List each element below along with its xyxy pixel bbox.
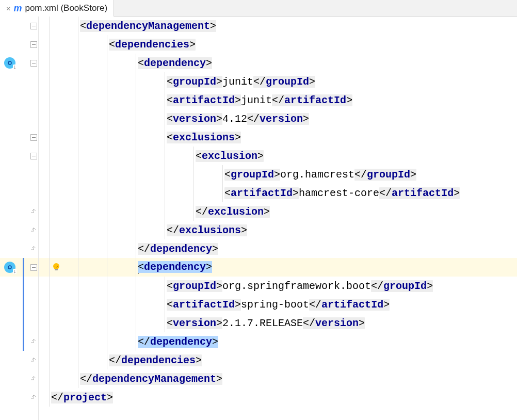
- code-line[interactable]: <artifactId>hamcrest-core</artifactId>: [39, 184, 517, 202]
- gutter-line[interactable]: [0, 128, 38, 147]
- indent-guide: [107, 221, 107, 239]
- indent-guide: [136, 202, 136, 221]
- indent-guide: [136, 165, 136, 184]
- indent-guide: [78, 72, 78, 91]
- editor-tab[interactable]: ✕ m pom.xml (BookStore): [0, 0, 114, 17]
- gutter-line[interactable]: [0, 54, 38, 72]
- indent-guide: [78, 202, 78, 221]
- gutter-line[interactable]: [0, 184, 38, 202]
- indent-guide: [78, 369, 78, 388]
- indent-guide: [165, 128, 165, 147]
- code-line[interactable]: <exclusions>: [39, 128, 517, 147]
- fold-collapse-icon[interactable]: [30, 134, 37, 141]
- editor-gutter[interactable]: [0, 17, 39, 420]
- indent-guide: [107, 239, 107, 258]
- indent-guide: [136, 91, 136, 109]
- code-line[interactable]: </exclusion>: [39, 202, 517, 221]
- close-icon[interactable]: ✕: [6, 4, 10, 13]
- indent-guide: [78, 221, 78, 239]
- code-line[interactable]: </project>: [39, 388, 517, 407]
- fold-end-icon[interactable]: [30, 227, 37, 234]
- gutter-line[interactable]: [0, 369, 38, 388]
- code-content: <dependencyManagement>: [80, 20, 216, 32]
- indent-guide: [107, 165, 107, 184]
- fold-end-icon[interactable]: [30, 357, 37, 364]
- code-line[interactable]: </dependencies>: [39, 351, 517, 369]
- indent-guide: [107, 332, 107, 351]
- indent-guide: [222, 184, 223, 202]
- gutter-line[interactable]: [0, 258, 38, 277]
- gutter-line[interactable]: [0, 332, 38, 351]
- gutter-line[interactable]: [0, 72, 38, 91]
- code-line[interactable]: <groupId>org.hamcrest</groupId>: [39, 165, 517, 184]
- gutter-line[interactable]: [0, 91, 38, 109]
- code-line[interactable]: <dependencies>: [39, 35, 517, 54]
- fold-collapse-icon[interactable]: [30, 60, 37, 67]
- code-line[interactable]: </dependency>: [39, 239, 517, 258]
- override-gutter-icon[interactable]: [4, 262, 15, 273]
- gutter-line[interactable]: [0, 35, 38, 54]
- indent-guide: [136, 72, 136, 91]
- code-line[interactable]: <groupId>org.springframework.boot</group…: [39, 277, 517, 295]
- gutter-line[interactable]: [0, 17, 38, 35]
- code-line[interactable]: <version>4.12</version>: [39, 109, 517, 128]
- fold-end-icon[interactable]: [30, 246, 37, 252]
- indent-guide: [107, 314, 107, 332]
- fold-collapse-icon[interactable]: [30, 264, 37, 271]
- code-line[interactable]: <artifactId>junit</artifactId>: [39, 91, 517, 109]
- code-line[interactable]: <dependencyManagement>: [39, 17, 517, 35]
- fold-end-icon[interactable]: [30, 208, 37, 215]
- indent-guide: [49, 165, 50, 184]
- indent-guide: [165, 277, 165, 295]
- gutter-line[interactable]: [0, 202, 38, 221]
- indent-guide: [49, 184, 50, 202]
- indent-guide: [165, 109, 165, 128]
- indent-guide: [78, 35, 78, 54]
- tab-label: pom.xml (BookStore): [25, 3, 107, 13]
- fold-collapse-icon[interactable]: [30, 153, 37, 159]
- indent-guide: [78, 277, 78, 295]
- gutter-line[interactable]: [0, 277, 38, 295]
- indent-guide: [136, 184, 136, 202]
- indent-guide: [107, 295, 107, 314]
- code-line[interactable]: <dependency>: [39, 54, 517, 72]
- code-content: </exclusions>: [167, 224, 247, 236]
- override-gutter-icon[interactable]: [4, 57, 15, 69]
- code-line[interactable]: <version>2.1.7.RELEASE</version>: [39, 314, 517, 332]
- fold-end-icon[interactable]: [30, 338, 37, 345]
- indent-guide: [136, 128, 136, 147]
- gutter-line[interactable]: [0, 221, 38, 239]
- code-line[interactable]: <exclusion>: [39, 147, 517, 165]
- indent-guide: [165, 295, 165, 314]
- code-content: <dependency>: [138, 57, 212, 69]
- fold-collapse-icon[interactable]: [30, 41, 37, 48]
- code-area[interactable]: <dependencyManagement><dependencies><dep…: [39, 17, 517, 420]
- gutter-line[interactable]: [0, 147, 38, 165]
- indent-guide: [107, 202, 107, 221]
- fold-end-icon[interactable]: [30, 394, 37, 401]
- gutter-line[interactable]: [0, 388, 38, 407]
- indent-guide: [136, 54, 136, 72]
- gutter-line[interactable]: [0, 295, 38, 314]
- indent-guide: [107, 351, 107, 369]
- fold-collapse-icon[interactable]: [30, 23, 37, 29]
- gutter-line[interactable]: [0, 314, 38, 332]
- gutter-line[interactable]: [0, 351, 38, 369]
- gutter-line[interactable]: [0, 165, 38, 184]
- gutter-line[interactable]: [0, 109, 38, 128]
- indent-guide: [107, 258, 107, 277]
- fold-end-icon[interactable]: [30, 376, 37, 382]
- code-line[interactable]: <dependency>: [39, 258, 517, 277]
- indent-guide: [136, 277, 136, 295]
- intention-bulb-icon[interactable]: [51, 262, 61, 272]
- code-line[interactable]: </dependencyManagement>: [39, 369, 517, 388]
- code-line[interactable]: </dependency>: [39, 332, 517, 351]
- code-content: <artifactId>junit</artifactId>: [167, 94, 352, 106]
- gutter-line[interactable]: [0, 239, 38, 258]
- code-line[interactable]: <artifactId>spring-boot</artifactId>: [39, 295, 517, 314]
- indent-guide: [107, 128, 107, 147]
- indent-guide: [49, 35, 50, 54]
- code-line[interactable]: <groupId>junit</groupId>: [39, 72, 517, 91]
- code-line[interactable]: </exclusions>: [39, 221, 517, 239]
- svg-point-14: [53, 263, 59, 269]
